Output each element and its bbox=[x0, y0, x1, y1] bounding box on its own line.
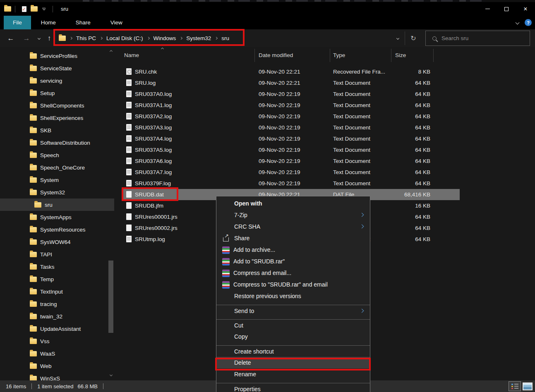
tab-view[interactable]: View bbox=[101, 16, 132, 29]
column-header-size[interactable]: Size bbox=[395, 52, 406, 58]
back-button[interactable]: ← bbox=[5, 29, 17, 47]
file-size: 64 KB bbox=[371, 234, 430, 245]
qat-customize-button[interactable] bbox=[39, 4, 49, 14]
submenu-chevron-icon bbox=[360, 309, 364, 313]
address-dropdown-button[interactable] bbox=[391, 29, 404, 47]
context-menu-item[interactable]: Open with bbox=[216, 198, 370, 209]
context-menu-item[interactable]: Restore previous versions bbox=[216, 290, 370, 302]
tab-file[interactable]: File bbox=[4, 16, 31, 29]
sidebar-folder-item[interactable]: tracing bbox=[0, 298, 114, 310]
sidebar-folder-item[interactable]: Setup bbox=[0, 87, 114, 99]
sidebar-folder-item[interactable]: SKB bbox=[0, 124, 114, 136]
file-size: 64 KB bbox=[371, 88, 430, 100]
sidebar-folder-item[interactable]: SoftwareDistribution bbox=[0, 136, 114, 149]
toolbar-divider bbox=[405, 31, 405, 45]
context-menu-item[interactable]: Add to "SRUDB.rar" bbox=[216, 256, 370, 267]
column-divider[interactable] bbox=[254, 49, 255, 62]
file-row[interactable]: SRU037A0.log 09-Nov-20 22:19 Text Docume… bbox=[114, 88, 535, 100]
title-bar: sru × bbox=[0, 2, 535, 16]
file-row[interactable]: SRU037A4.log 09-Nov-20 22:19 Text Docume… bbox=[114, 133, 535, 144]
scrollbar-thumb[interactable] bbox=[108, 261, 113, 333]
file-row[interactable]: SRU.chk 09-Nov-20 22:21 Recovered File F… bbox=[114, 66, 535, 77]
chevron-down-icon bbox=[42, 7, 45, 10]
file-size: 64 KB bbox=[371, 100, 430, 111]
tab-share[interactable]: Share bbox=[66, 16, 101, 29]
column-header-type[interactable]: Type bbox=[333, 52, 345, 58]
close-button[interactable]: × bbox=[516, 2, 535, 16]
sidebar-folder-item[interactable]: ServiceState bbox=[0, 62, 114, 74]
context-menu-item[interactable]: Share bbox=[216, 232, 370, 244]
search-input[interactable] bbox=[441, 35, 516, 41]
sidebar-folder-item[interactable]: TAPI bbox=[0, 248, 114, 261]
column-divider[interactable] bbox=[433, 49, 434, 62]
sidebar-folder-item[interactable]: SystemResources bbox=[0, 223, 114, 236]
forward-button[interactable]: → bbox=[21, 29, 32, 47]
minimize-button[interactable] bbox=[478, 2, 497, 16]
sidebar-folder-item[interactable]: sru bbox=[0, 198, 114, 211]
sidebar-folder-item[interactable]: ShellComponents bbox=[0, 99, 114, 112]
sidebar-folder-item[interactable]: Temp bbox=[0, 273, 114, 285]
file-row[interactable]: SRU037A7.log 09-Nov-20 22:19 Text Docume… bbox=[114, 167, 535, 178]
file-row[interactable]: SRU.log 09-Nov-20 22:21 Text Document 64… bbox=[114, 77, 535, 88]
context-menu-item[interactable]: 7-Zip bbox=[216, 209, 370, 221]
sidebar-folder-item[interactable]: SystemApps bbox=[0, 211, 114, 223]
help-button[interactable]: ? bbox=[525, 19, 532, 26]
file-row[interactable]: SRU037A1.log 09-Nov-20 22:19 Text Docume… bbox=[114, 100, 535, 111]
refresh-button[interactable]: ↻ bbox=[406, 29, 420, 47]
file-name: SRUres00001.jrs bbox=[135, 211, 178, 222]
maximize-button[interactable] bbox=[497, 2, 516, 16]
sidebar-folder-item[interactable]: WinSxS bbox=[0, 372, 114, 380]
file-row[interactable]: SRU037A5.log 09-Nov-20 22:19 Text Docume… bbox=[114, 144, 535, 155]
context-menu-item[interactable]: Compress to "SRUDB.rar" and email bbox=[216, 279, 370, 290]
qat-new-folder-button[interactable] bbox=[29, 4, 39, 14]
submenu-chevron-icon bbox=[360, 225, 364, 229]
sidebar-folder-item[interactable]: System bbox=[0, 174, 114, 186]
ribbon-collapse-button[interactable] bbox=[516, 21, 520, 25]
context-menu-item[interactable]: Copy bbox=[216, 331, 370, 342]
sidebar-folder-item[interactable]: SysWOW64 bbox=[0, 236, 114, 248]
sidebar-folder-item[interactable]: WaaS bbox=[0, 347, 114, 360]
sidebar-folder-item[interactable]: ServiceProfiles bbox=[0, 50, 114, 62]
file-size: 64 KB bbox=[371, 155, 430, 167]
column-header-date[interactable]: Date modified bbox=[259, 52, 293, 58]
large-icons-view-button[interactable] bbox=[523, 382, 533, 390]
column-divider[interactable] bbox=[391, 49, 391, 62]
recent-locations-button[interactable] bbox=[35, 29, 43, 47]
context-menu-item[interactable]: Create shortcut bbox=[216, 345, 370, 357]
window-controls: × bbox=[478, 2, 535, 16]
selection-count: 1 item selected bbox=[37, 383, 73, 390]
sidebar-folder-item[interactable]: servicing bbox=[0, 74, 114, 87]
sidebar-folder-item[interactable]: UpdateAssistant bbox=[0, 323, 114, 335]
sidebar-folder-item[interactable]: Speech bbox=[0, 149, 114, 161]
sidebar-folder-item[interactable]: twain_32 bbox=[0, 310, 114, 323]
folder-icon bbox=[30, 239, 37, 245]
context-menu-item[interactable]: Add to archive... bbox=[216, 244, 370, 256]
context-menu-item[interactable]: Compress and email... bbox=[216, 267, 370, 279]
menu-item-icon bbox=[222, 258, 230, 265]
context-menu-item[interactable]: Properties bbox=[216, 383, 370, 392]
navigation-pane: ServiceProfiles ServiceState servicing S… bbox=[0, 47, 114, 380]
context-menu-item[interactable]: CRC SHA bbox=[216, 221, 370, 232]
file-row[interactable]: SRU037A2.log 09-Nov-20 22:19 Text Docume… bbox=[114, 111, 535, 122]
file-date-modified: 09-Nov-20 22:21 bbox=[259, 66, 300, 77]
file-row[interactable]: SRU037A3.log 09-Nov-20 22:19 Text Docume… bbox=[114, 122, 535, 133]
sidebar-folder-item[interactable]: Speech_OneCore bbox=[0, 161, 114, 174]
context-menu-item[interactable]: Cut bbox=[216, 319, 370, 331]
sidebar-folder-item[interactable]: ShellExperiences bbox=[0, 112, 114, 124]
folder-icon bbox=[30, 301, 37, 307]
menu-item-icon bbox=[222, 246, 230, 254]
file-icon bbox=[126, 213, 132, 220]
file-row[interactable]: SRU037A6.log 09-Nov-20 22:19 Text Docume… bbox=[114, 155, 535, 167]
sidebar-folder-item[interactable]: Web bbox=[0, 360, 114, 372]
file-icon bbox=[126, 79, 132, 86]
sidebar-folder-item[interactable]: Vss bbox=[0, 335, 114, 347]
details-view-button[interactable] bbox=[509, 381, 521, 391]
column-divider[interactable] bbox=[330, 49, 330, 62]
sidebar-folder-item[interactable]: TextInput bbox=[0, 285, 114, 298]
sidebar-folder-item[interactable]: Tasks bbox=[0, 261, 114, 273]
context-menu-item[interactable]: Send to bbox=[216, 305, 370, 316]
tab-home[interactable]: Home bbox=[31, 16, 66, 29]
qat-properties-button[interactable] bbox=[19, 4, 29, 14]
sidebar-folder-item[interactable]: System32 bbox=[0, 186, 114, 198]
column-header-name[interactable]: Name bbox=[124, 52, 139, 58]
